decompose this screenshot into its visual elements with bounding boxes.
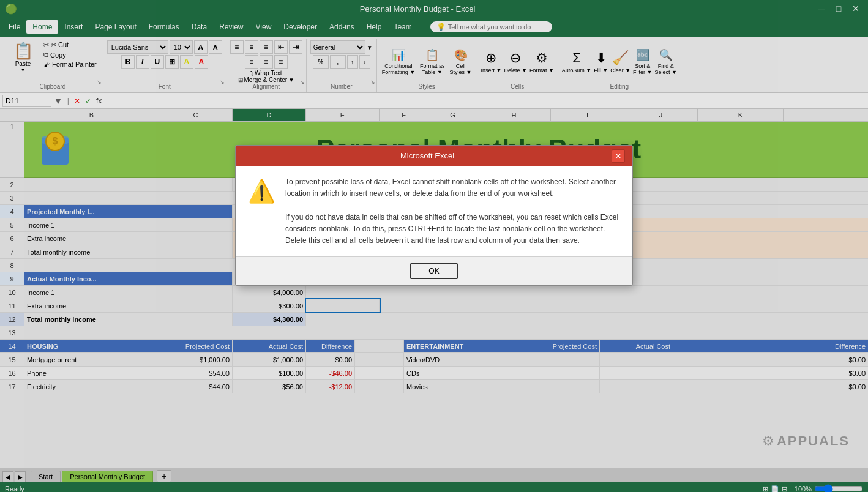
dialog-ok-button[interactable]: OK [410,263,457,279]
dialog-overlay: Microsoft Excel ✕ ⚠️ To prevent possible… [0,0,868,492]
dialog-footer: OK [236,256,632,285]
excel-dialog: Microsoft Excel ✕ ⚠️ To prevent possible… [235,145,633,286]
dialog-text-content: To prevent possible loss of data, Excel … [285,176,620,247]
dialog-title-text: Microsoft Excel [243,151,612,160]
dialog-body: ⚠️ To prevent possible loss of data, Exc… [236,166,632,256]
dialog-close-button[interactable]: ✕ [612,149,625,163]
dialog-message-2: If you do not have data in cells that ca… [285,212,620,247]
warning-icon: ⚠️ [248,179,275,247]
dialog-title-bar: Microsoft Excel ✕ [236,146,632,166]
dialog-message-1: To prevent possible loss of data, Excel … [285,176,620,199]
